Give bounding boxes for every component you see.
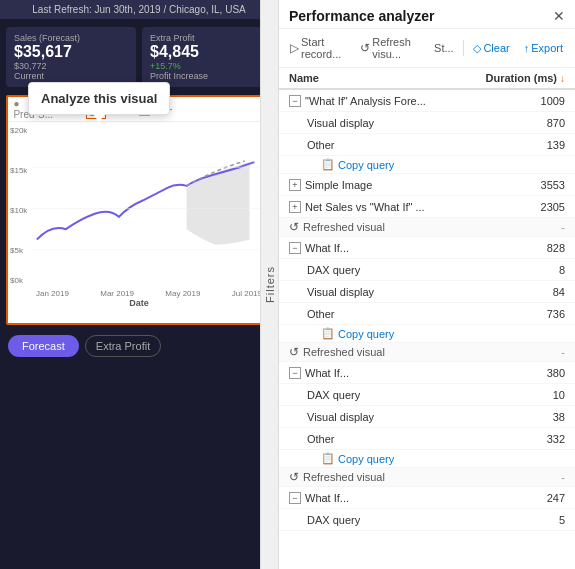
- table-row: DAX query 8: [279, 259, 575, 281]
- table-row: − What If... 380: [279, 362, 575, 384]
- st-button[interactable]: St...: [429, 39, 459, 57]
- row-label: Visual display: [307, 286, 374, 298]
- chart-svg: [32, 126, 264, 286]
- x-label-may: May 2019: [165, 289, 200, 298]
- row-name: Visual display: [307, 286, 525, 298]
- row-name: − What If...: [289, 367, 525, 379]
- extra-profit-button[interactable]: Extra Profit: [85, 335, 161, 357]
- expand-icon[interactable]: +: [289, 201, 301, 213]
- x-label-mar: Mar 2019: [100, 289, 134, 298]
- dash-value: -: [561, 471, 565, 483]
- copy-query-button-3[interactable]: 📋 Copy query: [321, 452, 394, 465]
- refresh-visuals-button[interactable]: ↺ Refresh visu...: [355, 33, 427, 63]
- table-row: Visual display 84: [279, 281, 575, 303]
- table-row: Other 139: [279, 134, 575, 156]
- panel-title: Performance analyzer: [289, 8, 435, 24]
- row-duration: 736: [525, 308, 565, 320]
- profit-sub: Profit Increase: [150, 71, 264, 81]
- row-name: Visual display: [307, 117, 525, 129]
- export-icon: ↑: [524, 42, 530, 54]
- clear-icon: ◇: [473, 42, 481, 55]
- dash-value: -: [561, 346, 565, 358]
- copy-icon: 📋: [321, 327, 335, 340]
- expand-icon[interactable]: −: [289, 367, 301, 379]
- refresh-spinning-icon: ↺: [289, 345, 299, 359]
- row-label: What If...: [305, 242, 349, 254]
- forecast-button[interactable]: Forecast: [8, 335, 79, 357]
- tooltip-arrow: [93, 114, 105, 122]
- export-label: Export: [531, 42, 563, 54]
- refreshed-visual-label: Refreshed visual: [303, 471, 385, 483]
- col-name-header: Name: [289, 72, 319, 84]
- dash-value: -: [561, 221, 565, 233]
- refresh-icon: ↺: [360, 41, 370, 55]
- sales-card: Sales (Forecast) $35,617 $30,772 Current: [6, 27, 136, 87]
- col-duration-label: Duration (ms): [486, 72, 558, 84]
- filters-strip[interactable]: Filters: [260, 0, 278, 569]
- st-label: St...: [434, 42, 454, 54]
- clear-button[interactable]: ◇ Clear: [467, 39, 515, 58]
- row-name: − "What If" Analysis Fore...: [289, 95, 525, 107]
- row-label: Net Sales vs "What If" ...: [305, 201, 425, 213]
- row-label: Other: [307, 308, 335, 320]
- row-duration: 5: [525, 514, 565, 526]
- row-duration: 332: [525, 433, 565, 445]
- copy-icon: 📋: [321, 158, 335, 171]
- row-duration: 139: [525, 139, 565, 151]
- row-name: DAX query: [307, 514, 525, 526]
- expand-icon[interactable]: −: [289, 492, 301, 504]
- expand-icon[interactable]: −: [289, 95, 301, 107]
- table-row: + Net Sales vs "What If" ... 2305: [279, 196, 575, 218]
- profit-label: Extra Profit: [150, 33, 264, 43]
- row-name: Other: [307, 139, 525, 151]
- copy-query-button-2[interactable]: 📋 Copy query: [321, 327, 394, 340]
- table-row: − What If... 247: [279, 487, 575, 509]
- col-duration-header: Duration (ms) ↓: [486, 72, 566, 84]
- row-duration: 10: [525, 389, 565, 401]
- row-duration: 84: [525, 286, 565, 298]
- start-record-button[interactable]: ▷ Start record...: [285, 33, 353, 63]
- start-record-label: Start record...: [301, 36, 348, 60]
- copy-icon: 📋: [321, 452, 335, 465]
- close-button[interactable]: ✕: [553, 8, 565, 24]
- row-name: DAX query: [307, 264, 525, 276]
- profit-change: +15.7%: [150, 61, 264, 71]
- refreshed-visual-label: Refreshed visual: [303, 346, 385, 358]
- last-refresh-text: Last Refresh: Jun 30th, 2019 / Chicago, …: [32, 4, 245, 15]
- refresh-row: ↺ Refreshed visual -: [279, 218, 575, 237]
- visual-area: ● Pred Let S... ? ··· $20k $15k $10: [6, 95, 272, 325]
- analyze-tooltip: Analyze this visual: [28, 82, 170, 115]
- row-name: Other: [307, 308, 525, 320]
- table-row: Other 736: [279, 303, 575, 325]
- sales-label: Sales (Forecast): [14, 33, 128, 43]
- tooltip-text: Analyze this visual: [41, 91, 157, 106]
- top-bar: Last Refresh: Jun 30th, 2019 / Chicago, …: [0, 0, 278, 19]
- expand-icon[interactable]: −: [289, 242, 301, 254]
- profit-card: Extra Profit $4,845 +15.7% Profit Increa…: [142, 27, 272, 87]
- panel-header: Performance analyzer ✕: [279, 0, 575, 29]
- x-axis-label: Date: [12, 298, 266, 308]
- refresh-spinning-icon: ↺: [289, 220, 299, 234]
- toolbar-sep: [463, 40, 464, 56]
- row-duration: 1009: [525, 95, 565, 107]
- bottom-buttons: Forecast Extra Profit: [0, 329, 278, 363]
- sort-icon[interactable]: ↓: [560, 73, 565, 84]
- filters-label: Filters: [264, 266, 276, 303]
- export-button[interactable]: ↑ Export: [518, 39, 569, 57]
- copy-query-button-1[interactable]: 📋 Copy query: [321, 158, 394, 171]
- row-duration: 2305: [525, 201, 565, 213]
- table-row: − "What If" Analysis Fore... 1009: [279, 90, 575, 112]
- right-panel: Performance analyzer ✕ ▷ Start record...…: [278, 0, 575, 569]
- refresh-name: ↺ Refreshed visual: [289, 345, 385, 359]
- refreshed-visual-label: Refreshed visual: [303, 221, 385, 233]
- copy-query-row: 📋 Copy query: [279, 325, 575, 343]
- row-label: Simple Image: [305, 179, 372, 191]
- table-row: Visual display 38: [279, 406, 575, 428]
- row-duration: 828: [525, 242, 565, 254]
- copy-query-label: Copy query: [338, 159, 394, 171]
- row-label: Other: [307, 433, 335, 445]
- expand-icon[interactable]: +: [289, 179, 301, 191]
- row-name: − What If...: [289, 242, 525, 254]
- copy-query-row: 📋 Copy query: [279, 156, 575, 174]
- row-name: Visual display: [307, 411, 525, 423]
